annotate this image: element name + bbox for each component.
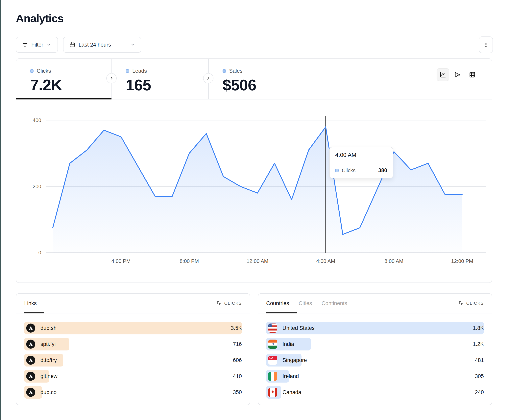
sales-stat-value: $506 — [223, 76, 319, 94]
filter-button-label: Filter — [31, 42, 43, 48]
dub-logo-icon — [26, 388, 35, 397]
x-axis-tick-label: 8:00 PM — [180, 258, 199, 264]
links-metric-button[interactable]: CLICKS — [217, 301, 242, 306]
list-item-value: 1.2K — [473, 341, 484, 347]
countries-panel: Countries Cities Continents CLICKS — [258, 293, 492, 405]
funnel-icon — [454, 71, 461, 78]
dub-logo-icon — [26, 356, 35, 365]
list-item-value: 481 — [475, 357, 484, 363]
table-view-button[interactable] — [466, 68, 479, 81]
list-item-label: India — [283, 341, 294, 347]
table-icon — [469, 71, 476, 78]
stats-row: Clicks 7.2K Leads 165 Sales $506 — [16, 59, 492, 100]
ireland-flag-icon — [268, 372, 277, 381]
stats-expand-button[interactable] — [203, 73, 213, 83]
dub-logo-icon — [26, 340, 35, 349]
x-axis-tick-label: 8:00 AM — [384, 258, 403, 264]
stat-label: Clicks — [37, 68, 51, 74]
clicks-series-indicator — [335, 169, 339, 172]
list-item[interactable]: United States1.8K — [266, 322, 484, 334]
x-axis-tick-label: 4:00 PM — [112, 258, 131, 264]
list-item-label: Singapore — [283, 357, 307, 363]
dub-logo-icon — [26, 324, 35, 333]
analytics-page: Analytics Filter Last 24 hours — [0, 0, 508, 420]
list-item[interactable]: India1.2K — [266, 338, 484, 350]
page-title: Analytics — [16, 12, 63, 25]
list-item[interactable]: spti.fyi716 — [24, 338, 242, 350]
sales-series-indicator — [223, 69, 226, 73]
date-range-button[interactable]: Last 24 hours — [63, 37, 141, 53]
tab-leads[interactable]: Leads 165 — [112, 59, 208, 99]
chevron-right-icon — [206, 76, 210, 80]
list-item-label: Canada — [283, 389, 301, 395]
list-item-value: 350 — [233, 389, 242, 395]
list-item-label: d.to/try — [40, 357, 57, 363]
list-item-value: 3.5K — [231, 325, 242, 331]
links-metric-label: CLICKS — [224, 301, 242, 306]
list-item[interactable]: Canada240 — [266, 386, 484, 398]
tab-cities[interactable]: Cities — [299, 300, 312, 306]
line-chart-icon — [439, 71, 447, 78]
value-bar — [24, 322, 242, 334]
tab-sales[interactable]: Sales $506 — [208, 59, 319, 99]
clicks-series-indicator — [30, 69, 34, 73]
list-item-label: Ireland — [283, 373, 299, 379]
chart-tooltip: 4:00 AM Clicks 380 — [329, 147, 393, 178]
filter-button[interactable]: Filter — [16, 37, 58, 53]
links-panel: Links CLICKS dub.sh3.5K spti.fyi716 — [16, 293, 250, 405]
countries-metric-button[interactable]: CLICKS — [458, 301, 484, 306]
list-item-label: dub.co — [40, 389, 57, 395]
chevron-down-icon — [46, 42, 51, 47]
y-axis-tick-label: 400 — [33, 117, 41, 123]
links-tab-underline — [24, 312, 44, 313]
list-item-label: United States — [283, 325, 315, 331]
calendar-icon — [69, 42, 75, 48]
chevron-down-icon — [131, 42, 135, 47]
list-item-label: git.new — [40, 373, 58, 379]
stat-label: Sales — [229, 68, 243, 74]
y-axis-tick-label: 200 — [33, 183, 41, 189]
x-axis-tick-label: 12:00 PM — [451, 258, 473, 264]
y-axis-tick-label: 0 — [38, 250, 41, 256]
date-range-label: Last 24 hours — [79, 42, 111, 48]
tab-countries[interactable]: Countries — [266, 300, 289, 306]
tab-clicks[interactable]: Clicks 7.2K — [16, 59, 112, 99]
clicks-area-chart[interactable]: 02004004:00 PM8:00 PM12:00 AM4:00 AM8:00… — [16, 99, 492, 283]
list-item-value: 716 — [233, 341, 242, 347]
list-item-value: 1.8K — [473, 325, 484, 331]
list-item[interactable]: Singapore481 — [266, 354, 484, 367]
stats-expand-button[interactable] — [106, 73, 117, 83]
x-axis-tick-label: 12:00 AM — [247, 258, 268, 264]
tooltip-value: 380 — [378, 167, 387, 174]
funnel-view-button[interactable] — [451, 68, 464, 81]
list-item[interactable]: git.new410 — [24, 370, 242, 383]
tab-continents[interactable]: Continents — [321, 300, 347, 306]
list-item-value: 410 — [233, 373, 242, 379]
chart-type-switcher — [437, 68, 479, 81]
us-flag-icon — [268, 324, 277, 333]
list-item[interactable]: d.to/try606 — [24, 354, 242, 367]
countries-tab-underline — [266, 312, 297, 313]
line-chart-view-button[interactable] — [437, 68, 449, 81]
more-options-button[interactable] — [479, 36, 493, 53]
tab-links[interactable]: Links — [24, 300, 37, 306]
links-rows: dub.sh3.5K spti.fyi716 d.to/try606 git.n… — [16, 313, 250, 398]
stat-label: Leads — [132, 68, 147, 74]
list-item-label: dub.sh — [40, 325, 57, 331]
list-item-value: 305 — [475, 373, 484, 379]
countries-metric-label: CLICKS — [466, 301, 484, 306]
countries-panel-header: Countries Cities Continents CLICKS — [258, 294, 492, 313]
filter-icon — [22, 42, 28, 48]
list-item[interactable]: dub.co350 — [24, 386, 242, 398]
kebab-menu-icon — [483, 42, 489, 48]
links-panel-header: Links CLICKS — [16, 294, 250, 313]
left-edge-accent — [0, 0, 1, 420]
chart-area-fill — [53, 127, 462, 253]
list-item[interactable]: Ireland305 — [266, 370, 484, 383]
leads-stat-value: 165 — [126, 76, 208, 94]
dub-logo-icon — [26, 372, 35, 381]
x-axis-tick-label: 4:00 AM — [316, 258, 335, 264]
list-item-value: 240 — [475, 389, 484, 395]
tooltip-series-label: Clicks — [342, 167, 355, 174]
list-item[interactable]: dub.sh3.5K — [24, 322, 242, 334]
